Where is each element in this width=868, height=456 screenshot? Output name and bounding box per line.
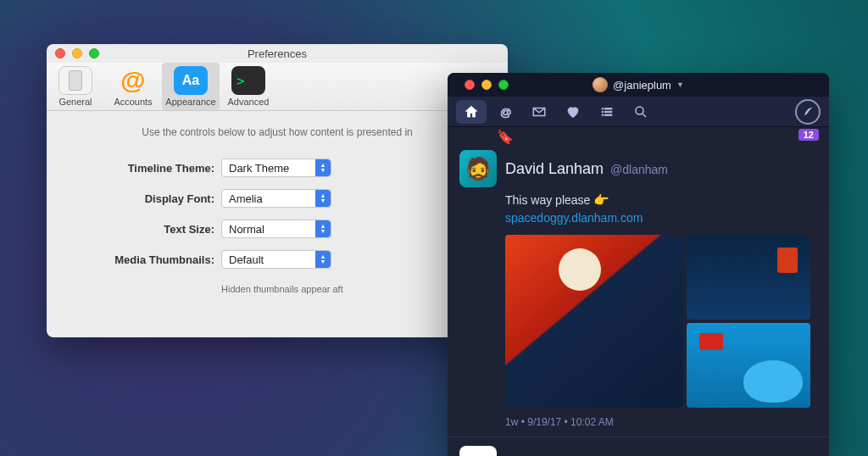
svg-point-1 (636, 107, 643, 114)
messages-tab[interactable] (524, 100, 554, 124)
row-display-font: Display Font: Amelia ▲▼ (62, 189, 492, 208)
terminal-icon: > (231, 66, 265, 95)
handle[interactable]: @dlanham (610, 163, 668, 176)
display-font-select[interactable]: Amelia ▲▼ (221, 189, 331, 208)
minimize-icon[interactable] (481, 80, 492, 90)
post[interactable]: SERIOUS EATS Serious Eats @seriouseats (448, 437, 829, 456)
zoom-icon[interactable] (498, 80, 509, 90)
bookmark-icon: 🔖 (497, 129, 514, 145)
avatar-icon (593, 77, 608, 92)
text-size-label: Text Size: (62, 223, 214, 236)
post-header: 🧔 David Lanham @dlanham (459, 150, 817, 187)
tab-accounts[interactable]: @ Accounts (104, 63, 162, 110)
timeline-theme-select[interactable]: Dark Theme ▲▼ (221, 158, 331, 177)
client-titlebar: @janieplum ▼ (448, 73, 829, 97)
lists-tab[interactable] (592, 100, 622, 124)
post-link[interactable]: spacedoggy.dlanham.com (505, 211, 643, 225)
account-switcher[interactable]: @janieplum ▼ (593, 77, 684, 92)
media-thumbs-select[interactable]: Default ▲▼ (221, 250, 331, 269)
search-tab[interactable] (626, 100, 656, 124)
close-icon[interactable] (55, 48, 65, 58)
chevron-updown-icon: ▲▼ (315, 190, 331, 207)
compose-button[interactable] (795, 99, 821, 125)
tab-general[interactable]: General (47, 63, 104, 110)
text-size-value: Normal (229, 223, 264, 236)
mentions-tab[interactable]: @ (490, 100, 520, 124)
media-thumbs-label: Media Thumbnails: (62, 253, 214, 266)
timeline-window: @janieplum ▼ @ 🔖 12 (448, 73, 829, 456)
post-timestamp: 1w • 9/19/17 • 10:02 AM (505, 416, 817, 428)
media-thumbs-value: Default (229, 253, 264, 266)
client-toolbar: @ (448, 97, 829, 127)
avatar[interactable]: SERIOUS EATS (459, 446, 497, 456)
home-icon (464, 104, 479, 120)
display-font-value: Amelia (229, 192, 263, 205)
envelope-icon (531, 104, 547, 120)
window-title: Preferences (47, 47, 508, 60)
zoom-icon[interactable] (89, 48, 99, 58)
tab-advanced-label: Advanced (228, 97, 270, 107)
traffic-lights (55, 48, 99, 58)
feather-icon (801, 105, 815, 119)
row-timeline-theme: Timeline Theme: Dark Theme ▲▼ (62, 158, 492, 177)
unread-badge[interactable]: 12 (798, 129, 819, 141)
timeline-theme-label: Timeline Theme: (62, 162, 214, 175)
traffic-lights (465, 80, 509, 90)
chevron-updown-icon: ▲▼ (315, 220, 331, 237)
tab-appearance-label: Appearance (165, 97, 215, 107)
tab-accounts-label: Accounts (114, 97, 152, 107)
prefs-toolbar: General @ Accounts Aa Appearance > Advan… (47, 63, 508, 111)
close-icon[interactable] (465, 80, 475, 90)
timeline-marker-row: 🔖 12 (448, 127, 829, 145)
at-icon: @ (498, 104, 513, 120)
search-icon (633, 104, 648, 120)
heart-icon (565, 104, 581, 120)
post[interactable]: 🧔 David Lanham @dlanham This way please … (448, 145, 829, 437)
timeline-theme-value: Dark Theme (229, 162, 289, 175)
account-handle: @janieplum (613, 79, 671, 92)
chevron-updown-icon: ▲▼ (315, 251, 331, 268)
minimize-icon[interactable] (72, 48, 82, 58)
list-icon (599, 104, 615, 120)
post-body: This way please 👉 spacedoggy.dlanham.com (505, 191, 817, 226)
prefs-titlebar: Preferences (47, 44, 508, 63)
pointing-right-emoji: 👉 (593, 192, 609, 207)
media-grid (505, 235, 810, 408)
prefs-hint: Use the controls below to adjust how con… (62, 126, 492, 138)
tab-advanced[interactable]: > Advanced (220, 63, 277, 110)
aa-icon: Aa (174, 66, 208, 95)
media-thumbnail[interactable] (687, 323, 810, 408)
display-font-label: Display Font: (62, 192, 214, 205)
at-icon: @ (116, 66, 150, 95)
media-thumbnail[interactable] (687, 235, 810, 320)
likes-tab[interactable] (558, 100, 588, 124)
timeline[interactable]: 🔖 12 🧔 David Lanham @dlanham This way pl… (448, 127, 829, 456)
avatar[interactable]: 🧔 (459, 150, 497, 187)
text-size-select[interactable]: Normal ▲▼ (221, 220, 331, 238)
tab-general-label: General (58, 97, 92, 107)
home-tab[interactable] (456, 100, 487, 124)
svg-text:@: @ (500, 105, 512, 118)
chevron-updown-icon: ▲▼ (315, 159, 331, 176)
post-text: This way please (505, 193, 590, 207)
switch-icon (58, 66, 92, 95)
row-text-size: Text Size: Normal ▲▼ (62, 220, 492, 238)
prefs-body: Use the controls below to adjust how con… (47, 111, 508, 294)
media-thumbnail[interactable] (505, 235, 683, 408)
chevron-down-icon: ▼ (676, 81, 684, 89)
row-media-thumbs: Media Thumbnails: Default ▲▼ (62, 250, 492, 269)
preferences-window: Preferences General @ Accounts Aa Appear… (47, 44, 508, 337)
display-name[interactable]: David Lanham (505, 160, 604, 178)
tab-appearance[interactable]: Aa Appearance (162, 63, 220, 110)
